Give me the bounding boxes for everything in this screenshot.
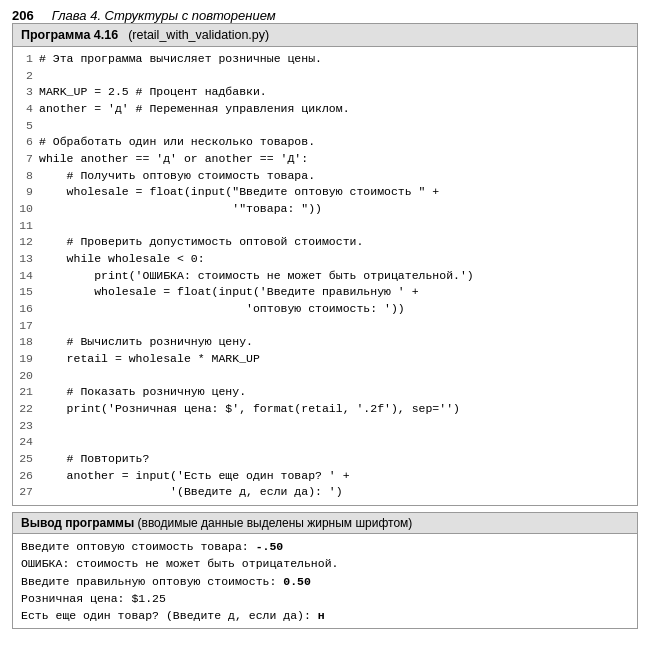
line-number: 26 bbox=[17, 468, 39, 485]
code-line: 8 # Получить оптовую стоимость товара. bbox=[13, 168, 637, 185]
line-number: 14 bbox=[17, 268, 39, 285]
code-line: 4another = 'д' # Переменная управления ц… bbox=[13, 101, 637, 118]
code-line: 18 # Вычислить розничную цену. bbox=[13, 334, 637, 351]
line-code: # Вычислить розничную цену. bbox=[39, 334, 253, 351]
line-number: 25 bbox=[17, 451, 39, 468]
code-line: 10 '"товара: ")) bbox=[13, 201, 637, 218]
code-line: 11 bbox=[13, 218, 637, 235]
output-label: Вывод программы bbox=[21, 516, 134, 530]
line-code: MARK_UP = 2.5 # Процент надбавки. bbox=[39, 84, 267, 101]
code-line: 2 bbox=[13, 68, 637, 85]
line-code: while wholesale < 0: bbox=[39, 251, 205, 268]
code-line: 20 bbox=[13, 368, 637, 385]
line-code: another = input('Есть еще один товар? ' … bbox=[39, 468, 350, 485]
code-line: 19 retail = wholesale * MARK_UP bbox=[13, 351, 637, 368]
line-number: 27 bbox=[17, 484, 39, 501]
code-line: 23 bbox=[13, 418, 637, 435]
code-line: 14 print('ОШИБКА: стоимость не может быт… bbox=[13, 268, 637, 285]
output-content: Введите оптовую стоимость товара: -.50ОШ… bbox=[13, 534, 637, 628]
line-code: # Повторить? bbox=[39, 451, 149, 468]
line-code: another = 'д' # Переменная управления ци… bbox=[39, 101, 350, 118]
code-line: 6# Обработать один или несколько товаров… bbox=[13, 134, 637, 151]
page-header: 206 Глава 4. Структуры с повторением bbox=[12, 8, 638, 23]
code-line: 26 another = input('Есть еще один товар?… bbox=[13, 468, 637, 485]
code-line: 12 # Проверить допустимость оптовой стои… bbox=[13, 234, 637, 251]
line-code: '(Введите д, если да): ') bbox=[39, 484, 343, 501]
output-bold-text: -.50 bbox=[256, 540, 284, 553]
line-number: 2 bbox=[17, 68, 39, 85]
code-line: 27 '(Введите д, если да): ') bbox=[13, 484, 637, 501]
code-line: 3MARK_UP = 2.5 # Процент надбавки. bbox=[13, 84, 637, 101]
line-code: # Эта программа вычисляет розничные цены… bbox=[39, 51, 322, 68]
code-line: 1# Эта программа вычисляет розничные цен… bbox=[13, 51, 637, 68]
line-code: # Получить оптовую стоимость товара. bbox=[39, 168, 315, 185]
code-line: 9 wholesale = float(input("Введите оптов… bbox=[13, 184, 637, 201]
line-code: # Обработать один или несколько товаров. bbox=[39, 134, 315, 151]
line-code: '"товара: ")) bbox=[39, 201, 322, 218]
code-line: 16 'оптовую стоимость: ')) bbox=[13, 301, 637, 318]
code-line: 7while another == 'д' or another == 'Д': bbox=[13, 151, 637, 168]
line-number: 12 bbox=[17, 234, 39, 251]
output-line: Розничная цена: $1.25 bbox=[21, 590, 629, 607]
program-label: Программа 4.16 bbox=[21, 28, 118, 42]
line-number: 21 bbox=[17, 384, 39, 401]
line-code: wholesale = float(input("Введите оптовую… bbox=[39, 184, 439, 201]
output-note: (вводимые данные выделены жирным шрифтом… bbox=[134, 516, 412, 530]
line-number: 10 bbox=[17, 201, 39, 218]
code-line: 21 # Показать розничную цену. bbox=[13, 384, 637, 401]
line-code: print('Розничная цена: $', format(retail… bbox=[39, 401, 460, 418]
code-area: 1# Эта программа вычисляет розничные цен… bbox=[13, 47, 637, 505]
output-header: Вывод программы (вводимые данные выделен… bbox=[13, 513, 637, 534]
program-header: Программа 4.16 (retail_with_validation.p… bbox=[13, 24, 637, 47]
line-number: 5 bbox=[17, 118, 39, 135]
line-number: 16 bbox=[17, 301, 39, 318]
code-line: 13 while wholesale < 0: bbox=[13, 251, 637, 268]
code-line: 25 # Повторить? bbox=[13, 451, 637, 468]
line-number: 23 bbox=[17, 418, 39, 435]
line-number: 7 bbox=[17, 151, 39, 168]
line-code: # Проверить допустимость оптовой стоимос… bbox=[39, 234, 363, 251]
line-number: 22 bbox=[17, 401, 39, 418]
output-line: Есть еще один товар? (Введите д, если да… bbox=[21, 607, 629, 624]
program-filename: (retail_with_validation.py) bbox=[128, 28, 269, 42]
code-line: 22 print('Розничная цена: $', format(ret… bbox=[13, 401, 637, 418]
line-code: wholesale = float(input('Введите правиль… bbox=[39, 284, 419, 301]
line-number: 13 bbox=[17, 251, 39, 268]
line-code: print('ОШИБКА: стоимость не может быть о… bbox=[39, 268, 474, 285]
output-line: Введите оптовую стоимость товара: -.50 bbox=[21, 538, 629, 555]
line-number: 19 bbox=[17, 351, 39, 368]
output-bold-text: н bbox=[318, 609, 325, 622]
line-number: 11 bbox=[17, 218, 39, 235]
output-box: Вывод программы (вводимые данные выделен… bbox=[12, 512, 638, 629]
line-number: 18 bbox=[17, 334, 39, 351]
line-number: 17 bbox=[17, 318, 39, 335]
code-line: 5 bbox=[13, 118, 637, 135]
line-number: 1 bbox=[17, 51, 39, 68]
line-number: 4 bbox=[17, 101, 39, 118]
code-line: 17 bbox=[13, 318, 637, 335]
line-number: 8 bbox=[17, 168, 39, 185]
output-line: Введите правильную оптовую стоимость: 0.… bbox=[21, 573, 629, 590]
page-number: 206 bbox=[12, 8, 34, 23]
program-box: Программа 4.16 (retail_with_validation.p… bbox=[12, 23, 638, 506]
line-number: 3 bbox=[17, 84, 39, 101]
code-line: 15 wholesale = float(input('Введите прав… bbox=[13, 284, 637, 301]
line-number: 24 bbox=[17, 434, 39, 451]
output-bold-text: 0.50 bbox=[283, 575, 311, 588]
line-number: 20 bbox=[17, 368, 39, 385]
output-line: ОШИБКА: стоимость не может быть отрицате… bbox=[21, 555, 629, 572]
chapter-title: Глава 4. Структуры с повторением bbox=[52, 8, 276, 23]
line-number: 15 bbox=[17, 284, 39, 301]
line-code: while another == 'д' or another == 'Д': bbox=[39, 151, 308, 168]
line-number: 9 bbox=[17, 184, 39, 201]
line-code: 'оптовую стоимость: ')) bbox=[39, 301, 405, 318]
line-code: retail = wholesale * MARK_UP bbox=[39, 351, 260, 368]
code-line: 24 bbox=[13, 434, 637, 451]
line-number: 6 bbox=[17, 134, 39, 151]
line-code: # Показать розничную цену. bbox=[39, 384, 246, 401]
